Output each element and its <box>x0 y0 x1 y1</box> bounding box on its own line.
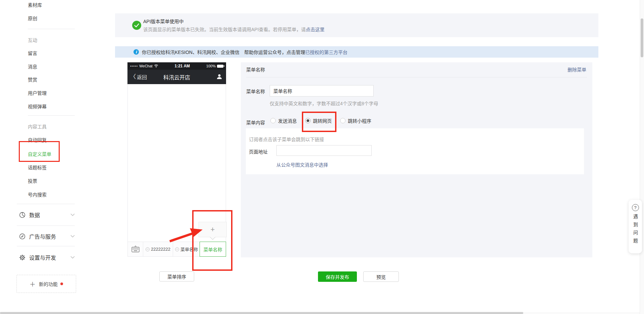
menu-editor-panel: 菜单名称 删除菜单 菜单名称 仅支持中英文和数字，字数不超过4个汉字或8个字母 … <box>241 62 592 257</box>
sidebar-group-settings-dev[interactable]: 设置与开发 <box>19 253 75 262</box>
menu-name-hint: 仅支持中英文和数字，字数不超过4个汉字或8个字母 <box>270 100 378 107</box>
phone-status-bar: ●●●●● WeChat 1:21 AM 100% <box>127 62 226 70</box>
battery-icon <box>217 65 223 68</box>
notice-desc-text: 该页面显示的菜单版本已失效。当前生效版本请调用API查看。若停用菜单，请 <box>143 27 306 32</box>
help-widget-label: 遇到问题 <box>633 214 638 246</box>
plus-icon: + <box>211 225 215 234</box>
panel-title: 菜单名称 <box>246 66 265 73</box>
chevron-down-icon <box>70 256 75 259</box>
menu-item-1[interactable]: 22222222 <box>143 242 173 256</box>
authorized-platform-link[interactable]: 已授权的第三方平台 <box>305 50 347 55</box>
sidebar-group-data[interactable]: 数据 <box>19 210 75 219</box>
new-feature-button[interactable]: ＋ 新的功能 <box>16 275 76 293</box>
menu-name-input[interactable] <box>270 85 374 97</box>
radio-jump-miniprogram[interactable]: 跳转小程序 <box>340 117 371 124</box>
menu-item-2[interactable]: 菜单名称 <box>173 242 200 256</box>
help-widget[interactable]: ? 遇到问题 <box>629 200 642 253</box>
radio-label: 跳转网页 <box>313 117 332 124</box>
sidebar-item-auto-reply[interactable]: 自动回复 <box>28 137 47 143</box>
menu-name-label: 菜单名称 <box>246 88 265 95</box>
radio-unchecked-icon <box>270 118 276 123</box>
menu-collapse-icon <box>146 247 150 251</box>
wifi-icon <box>154 64 158 68</box>
radio-label: 跳转小程序 <box>348 117 371 124</box>
sidebar-divider <box>17 204 75 204</box>
phone-screen-body <box>127 84 226 242</box>
notice-description: 该页面显示的菜单版本已失效。当前生效版本请调用API查看。若停用菜单，请点击这里 <box>143 26 325 33</box>
sidebar-item-video-danmaku[interactable]: 视频弹幕 <box>28 103 47 110</box>
sidebar-item-messages[interactable]: 消息 <box>28 63 37 70</box>
gear-icon <box>19 254 25 261</box>
sidebar-item-custom-menu[interactable]: 自定义菜单 <box>28 151 51 158</box>
sidebar-section-content-tools: 内容工具 <box>28 123 47 130</box>
pie-chart-icon <box>19 212 25 218</box>
question-mark-icon: ? <box>632 204 639 211</box>
battery-percent: 100% <box>206 64 216 68</box>
menu-content-options: 发送消息 跳转网页 跳转小程序 <box>270 117 371 124</box>
sidebar-item-topic-tags[interactable]: 话题标签 <box>28 164 47 171</box>
success-check-icon <box>132 21 141 30</box>
sidebar-item-original[interactable]: 原创 <box>28 15 37 22</box>
horizontal-scrollbar-track <box>0 312 640 314</box>
menu-sort-button[interactable]: 菜单排序 <box>159 271 194 281</box>
menu-item-label: 22222222 <box>151 247 170 252</box>
compass-icon <box>19 233 25 240</box>
url-settings-box: 订阅者点击该子菜单会跳到以下链接 页面地址 从公众号图文消息中选择 <box>246 128 584 174</box>
auth-text-body: 你已授权给科汛KESION、科汛网校、企业微信 帮助你运营公众号，点击管理 <box>142 50 305 55</box>
radio-jump-webpage[interactable]: 跳转网页 <box>305 117 332 124</box>
auth-text: 你已授权给科汛KESION、科汛网校、企业微信 帮助你运营公众号，点击管理已授权… <box>142 49 347 55</box>
page-url-label: 页面地址 <box>249 148 268 155</box>
carrier-label: WeChat <box>139 64 153 68</box>
sidebar-item-comments[interactable]: 留言 <box>28 50 37 57</box>
click-here-link[interactable]: 点击这里 <box>306 27 325 32</box>
menu-item-3-selected[interactable]: 菜单名称 <box>200 242 226 257</box>
choose-from-articles-link[interactable]: 从公众号图文消息中选择 <box>276 161 328 168</box>
url-box-tip: 订阅者点击该子菜单会跳到以下链接 <box>249 136 324 142</box>
signal-dots-icon: ●●●●● <box>130 65 138 67</box>
sidebar-divider <box>17 226 75 226</box>
sidebar-divider <box>28 115 75 116</box>
sidebar-divider <box>28 29 75 29</box>
menu-item-label: 菜单名称 <box>180 246 198 252</box>
radio-checked-icon <box>305 118 311 123</box>
radio-dot <box>307 119 309 122</box>
menu-content-label: 菜单内容 <box>246 119 265 126</box>
delete-menu-link[interactable]: 删除菜单 <box>568 66 586 73</box>
vertical-scrollbar-track <box>640 0 644 314</box>
notice-title: API版本菜单使用中 <box>143 18 184 24</box>
panel-divider <box>246 77 587 77</box>
chevron-down-icon <box>70 235 75 238</box>
menu-collapse-icon <box>175 247 179 251</box>
keyboard-icon <box>131 246 140 253</box>
phone-menu-bar: 22222222 菜单名称 菜单名称 <box>127 242 226 257</box>
add-submenu-button[interactable]: + <box>199 222 227 237</box>
sidebar-group-ads-services[interactable]: 广告与服务 <box>19 232 75 241</box>
sidebar-item-vote[interactable]: 投票 <box>28 178 37 184</box>
horizontal-scrollbar-thumb[interactable] <box>0 312 523 314</box>
phone-nav-bar: 〈 返回 科汛云开店 <box>127 70 226 84</box>
new-feature-label: 新的功能 <box>39 280 58 287</box>
save-publish-button[interactable]: 保存并发布 <box>318 271 357 282</box>
info-icon: i <box>133 49 139 55</box>
preview-button[interactable]: 预览 <box>363 271 399 282</box>
sidebar-item-material-library[interactable]: 素材库 <box>28 2 42 8</box>
account-title: 科汛云开店 <box>127 73 226 81</box>
radio-unchecked-icon <box>340 118 345 123</box>
sidebar-section-interaction: 互动 <box>28 37 37 44</box>
authorization-banner: i 你已授权给科汛KESION、科汛网校、企业微信 帮助你运营公众号，点击管理已… <box>115 46 598 58</box>
page-url-input[interactable] <box>276 145 372 156</box>
plus-icon: ＋ <box>30 279 36 288</box>
vertical-scrollbar-thumb[interactable] <box>641 18 643 57</box>
sidebar-group-label: 设置与开发 <box>29 253 56 261</box>
keyboard-toggle[interactable] <box>128 242 143 256</box>
sidebar-item-account-search[interactable]: 号内搜索 <box>28 191 47 198</box>
red-dot-badge <box>60 282 63 285</box>
radio-label: 发送消息 <box>278 117 297 124</box>
radio-send-message[interactable]: 发送消息 <box>270 117 297 124</box>
menu-item-label: 菜单名称 <box>204 246 222 253</box>
status-time: 1:21 AM <box>158 64 206 68</box>
sidebar-group-label: 数据 <box>29 211 40 219</box>
sidebar-item-appreciation[interactable]: 赞赏 <box>28 76 37 83</box>
caret-down-icon <box>210 237 215 239</box>
sidebar-item-user-management[interactable]: 用户管理 <box>28 90 47 97</box>
